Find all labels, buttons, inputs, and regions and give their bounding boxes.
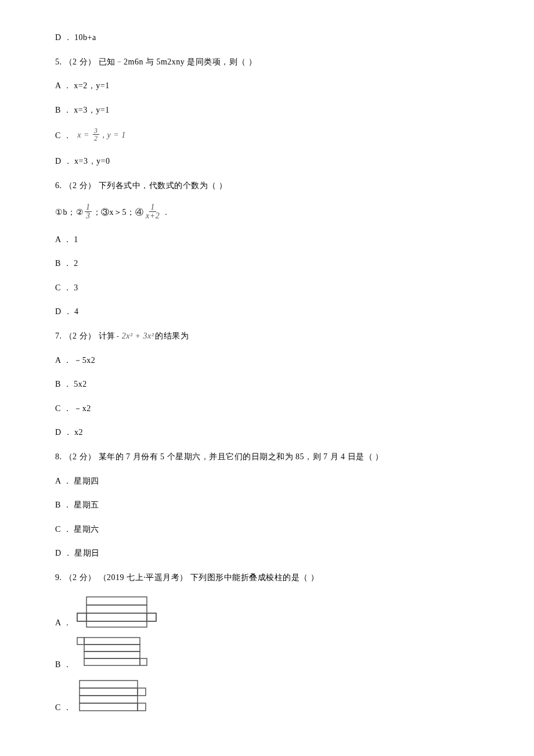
svg-rect-18 — [80, 703, 138, 711]
svg-rect-12 — [84, 651, 140, 658]
q5-option-d: D ． x=3，y=0 — [55, 156, 479, 167]
math-expression: x = 32 , y = 1 — [77, 128, 125, 143]
fraction-1-3: 13 — [85, 203, 92, 220]
q9-stem: 9. （2 分） （2019 七上·平遥月考） 下列图形中能折叠成棱柱的是（ ） — [55, 572, 479, 584]
svg-rect-11 — [84, 645, 140, 651]
q6-list-part3: ． — [162, 207, 171, 218]
q8-option-d: D ． 星期日 — [55, 548, 479, 559]
q7-stem: 7. （2 分） 计算 - 2x² + 3x² 的结果为 — [55, 330, 479, 342]
q6-stem: 6. （2 分） 下列各式中，代数式的个数为（ ） — [55, 180, 479, 192]
svg-rect-10 — [84, 638, 140, 645]
q6-list-part2: ；③x＞5；④ — [93, 207, 144, 218]
svg-rect-7 — [77, 613, 86, 621]
q4-option-d: D ． 10b+a — [55, 32, 479, 44]
svg-rect-0 — [86, 597, 147, 605]
svg-rect-13 — [84, 658, 140, 665]
q7-option-a: A ． －5x2 — [55, 355, 479, 366]
q9-option-c: C ． — [55, 678, 479, 713]
svg-rect-16 — [80, 688, 138, 696]
q6-option-a: A ． 1 — [55, 234, 479, 246]
svg-rect-1 — [86, 605, 147, 613]
q7-option-b: B ． 5x2 — [55, 379, 479, 390]
net-figure-a — [76, 596, 157, 628]
svg-rect-5 — [86, 621, 147, 627]
q5-option-c-label: C ． — [55, 130, 71, 142]
net-figure-b — [76, 636, 150, 670]
q9-option-b-label: B ． — [55, 659, 71, 671]
svg-rect-9 — [77, 638, 84, 645]
q7-option-c: C ． －x2 — [55, 403, 479, 415]
svg-rect-17 — [80, 696, 138, 703]
q8-option-c: C ． 星期六 — [55, 524, 479, 535]
page-content: D ． 10b+a 5. （2 分） 已知﹣2m6n 与 5m2xny 是同类项… — [0, 0, 534, 756]
svg-rect-8 — [147, 613, 156, 621]
fraction-3-2: 32 — [93, 127, 99, 142]
svg-rect-19 — [138, 688, 146, 696]
q5-stem: 5. （2 分） 已知﹣2m6n 与 5m2xny 是同类项，则（ ） — [55, 56, 479, 68]
q5-option-a: A ． x=2，y=1 — [55, 80, 479, 92]
svg-rect-6 — [86, 621, 147, 627]
q6-list-part1: ①b；② — [55, 207, 84, 218]
q7-stem-post: 的结果为 — [155, 330, 189, 342]
q9-option-c-label: C ． — [55, 702, 71, 714]
svg-rect-14 — [140, 658, 147, 665]
q9-option-a: A ． — [55, 596, 479, 628]
fraction-1-xplus2: 1x+2 — [145, 203, 161, 220]
q9-option-b: B ． — [55, 636, 479, 670]
q5-option-b: B ． x=3，y=1 — [55, 105, 479, 116]
svg-rect-15 — [80, 681, 138, 688]
svg-rect-2 — [77, 613, 156, 621]
q6-option-d: D ． 4 — [55, 306, 479, 318]
q8-option-a: A ． 星期四 — [55, 476, 479, 487]
q7-option-d: D ． x2 — [55, 427, 479, 438]
q6-option-c: C ． 3 — [55, 282, 479, 294]
q6-option-b: B ． 2 — [55, 258, 479, 269]
q5-option-c: C ． x = 32 , y = 1 — [55, 128, 479, 143]
q8-option-b: B ． 星期五 — [55, 499, 479, 511]
net-figure-c — [76, 678, 151, 713]
q9-option-a-label: A ． — [55, 617, 71, 629]
q8-stem: 8. （2 分） 某年的 7 月份有 5 个星期六，并且它们的日期之和为 85，… — [55, 451, 479, 463]
math-expression: - 2x² + 3x² — [117, 330, 154, 342]
q7-stem-pre: 7. （2 分） 计算 — [55, 330, 116, 342]
svg-rect-20 — [138, 703, 146, 711]
q6-list: ①b；② 13 ；③x＞5；④ 1x+2 ． — [55, 204, 479, 221]
